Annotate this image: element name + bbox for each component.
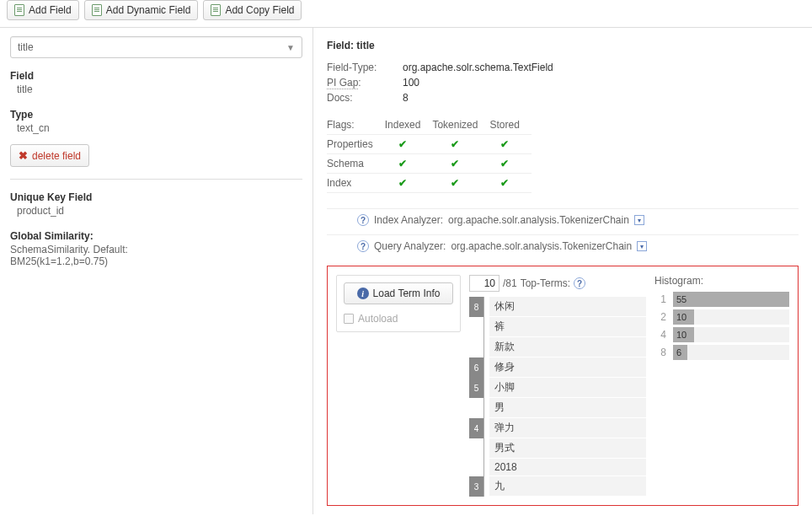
expand-query-analyzer-toggle[interactable]: ▾	[637, 241, 647, 251]
histogram-bucket: 1	[654, 293, 666, 305]
expand-index-analyzer-toggle[interactable]: ▾	[634, 215, 644, 225]
autoload-checkbox[interactable]	[344, 314, 354, 324]
index-analyzer-label: Index Analyzer:	[374, 214, 443, 226]
histogram-bar-track: 6	[673, 345, 789, 360]
term-row: 6修身	[469, 357, 646, 378]
pi-gap-value: 100	[403, 77, 419, 89]
flags-col-0: Indexed	[385, 116, 433, 135]
term-text[interactable]: 男	[489, 398, 646, 418]
autoload-option[interactable]: Autoload	[344, 313, 453, 325]
top-terms-total: /81	[503, 277, 517, 289]
check-icon: ✔	[500, 177, 509, 189]
query-analyzer-label: Query Analyzer:	[374, 240, 446, 252]
field-type-value: org.apache.solr.schema.TextField	[403, 62, 553, 73]
histogram-row: 86	[654, 345, 789, 360]
sidebar: title ▼ Field title Type text_cn ✖ delet…	[0, 28, 313, 514]
flags-col-1: Tokenized	[432, 116, 489, 135]
delete-field-label: delete field	[32, 150, 81, 162]
term-row: 2018	[469, 459, 646, 476]
histogram-row: 155	[654, 292, 789, 307]
global-similarity-line2: BM25(k1=1.2,b=0.75)	[10, 255, 302, 267]
close-icon: ✖	[19, 149, 28, 162]
field-select-value: title	[18, 41, 34, 53]
detail-heading: Field: title	[327, 36, 799, 60]
term-count-badge	[469, 438, 484, 459]
term-count-badge: 4	[469, 418, 484, 438]
load-term-info-button[interactable]: i Load Term Info	[344, 282, 453, 304]
flags-row-0: Properties	[327, 135, 385, 154]
help-icon[interactable]: ?	[574, 277, 585, 289]
term-info-panel: i Load Term Info Autoload /81 Top-Terms:…	[327, 266, 799, 506]
docs-value: 8	[403, 92, 409, 104]
check-icon: ✔	[451, 177, 459, 189]
field-select[interactable]: title ▼	[10, 36, 302, 58]
term-count-badge	[469, 398, 484, 418]
delete-field-button[interactable]: ✖ delete field	[10, 144, 89, 167]
top-terms-label: Top-Terms:	[521, 277, 570, 289]
term-text[interactable]: 小脚	[489, 378, 646, 398]
detail-pane: Field: title Field-Type: org.apache.solr…	[313, 28, 812, 514]
term-text[interactable]: 男式	[489, 438, 646, 459]
term-row: 8休闲	[469, 297, 646, 317]
histogram-bar: 6	[673, 345, 687, 360]
check-icon: ✔	[398, 158, 407, 169]
term-count-badge	[469, 317, 484, 337]
add-dynamic-field-button[interactable]: Add Dynamic Field	[84, 0, 199, 20]
add-dynamic-field-label: Add Dynamic Field	[106, 4, 191, 16]
type-label: Type	[10, 109, 302, 121]
field-label: Field	[10, 70, 302, 82]
flags-label: Flags:	[327, 116, 385, 135]
histogram-bar: 10	[673, 327, 694, 342]
term-row: 男式	[469, 438, 646, 459]
load-term-info-label: Load Term Info	[373, 288, 441, 299]
type-value: text_cn	[10, 121, 302, 139]
term-row: 5小脚	[469, 378, 646, 398]
term-count-badge	[469, 337, 484, 357]
term-count-badge	[469, 459, 484, 476]
term-text[interactable]: 裤	[489, 317, 646, 337]
term-text[interactable]: 休闲	[489, 297, 646, 317]
histogram-bucket: 4	[654, 329, 666, 341]
term-text[interactable]: 九	[489, 476, 646, 497]
term-row: 3九	[469, 476, 646, 497]
chevron-down-icon: ▼	[286, 43, 295, 52]
histogram-bar: 10	[673, 309, 694, 325]
check-icon: ✔	[451, 158, 459, 169]
flags-table: Flags: Indexed Tokenized Stored Properti…	[327, 116, 532, 193]
doc-icon	[211, 4, 221, 16]
term-count-badge: 6	[469, 357, 484, 378]
add-field-button[interactable]: Add Field	[7, 0, 79, 20]
add-copy-field-button[interactable]: Add Copy Field	[203, 0, 302, 20]
term-row: 新款	[469, 337, 646, 357]
histogram-bar: 55	[673, 292, 789, 307]
check-icon: ✔	[398, 138, 407, 150]
help-icon[interactable]: ?	[357, 240, 369, 252]
term-text[interactable]: 弹力	[489, 418, 646, 438]
pi-gap-key: PI Gap:	[327, 77, 403, 89]
check-icon: ✔	[398, 177, 407, 189]
term-row: 裤	[469, 317, 646, 337]
check-icon: ✔	[500, 138, 509, 150]
global-similarity-label: Global Similarity:	[10, 230, 302, 242]
histogram-bucket: 2	[654, 311, 666, 323]
histogram-bar-track: 55	[673, 292, 789, 307]
field-value: title	[10, 82, 302, 100]
global-similarity-line1: SchemaSimilarity. Default:	[10, 242, 302, 255]
term-text[interactable]: 修身	[489, 357, 646, 378]
histogram-bar-track: 10	[673, 309, 789, 325]
top-terms-count-input[interactable]	[469, 275, 499, 292]
histogram-bar-track: 10	[673, 327, 789, 342]
doc-icon	[14, 4, 24, 16]
help-icon[interactable]: ?	[357, 214, 369, 226]
term-count-badge: 3	[469, 476, 484, 497]
term-count-badge: 8	[469, 297, 484, 317]
check-icon: ✔	[500, 158, 509, 169]
term-text[interactable]: 2018	[489, 459, 646, 476]
query-analyzer-value: org.apache.solr.analysis.TokenizerChain	[451, 240, 632, 252]
histogram-row: 410	[654, 327, 789, 342]
histogram-bucket: 8	[654, 347, 666, 358]
info-icon: i	[357, 288, 369, 299]
index-analyzer-value: org.apache.solr.analysis.TokenizerChain	[448, 214, 629, 226]
unique-key-label: Unique Key Field	[10, 191, 302, 203]
term-text[interactable]: 新款	[489, 337, 646, 357]
